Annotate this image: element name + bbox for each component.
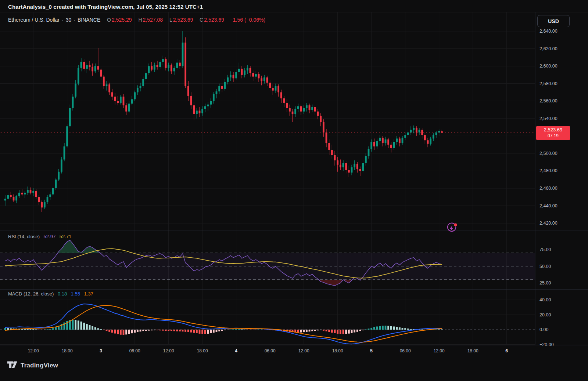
price-axis-label: 2,480.00: [539, 168, 557, 173]
price-axis-label: 2,440.00: [539, 203, 557, 208]
tradingview-logo[interactable]: TradingView: [7, 361, 58, 370]
rsi-ma-value: 52.71: [60, 234, 72, 239]
flash-boost-icon[interactable]: [446, 222, 458, 236]
macd-axis-label: 40.00: [539, 297, 551, 302]
macd-value: 1.55: [71, 291, 80, 297]
price-axis-label: 2,580.00: [539, 81, 557, 86]
open-value: 2,525.29: [112, 17, 132, 23]
chart-canvas[interactable]: [0, 0, 588, 381]
time-axis-label: 18:00: [197, 348, 208, 353]
page-title: ChartAnalysis_0 created with TradingView…: [8, 4, 203, 10]
rsi-value: 52.97: [44, 234, 56, 239]
currency-toggle-button[interactable]: USD: [537, 15, 570, 27]
open-label: O: [107, 17, 111, 23]
rsi-axis-label: 25.00: [539, 280, 551, 286]
tradingview-logo-icon: [7, 361, 17, 370]
macd-hist-value: 0.18: [58, 291, 67, 297]
time-axis-label: 18:00: [62, 348, 73, 353]
rsi-axis-label: 50.00: [539, 264, 551, 269]
time-axis-label: 06:00: [400, 348, 411, 353]
close-value: 2,523.69: [204, 17, 224, 23]
time-axis-label: 12:00: [163, 348, 174, 353]
time-axis-label: 12:00: [298, 348, 309, 353]
price-axis-label: 2,620.00: [539, 46, 557, 51]
macd-axis-label: 0.00: [539, 327, 548, 332]
time-axis-label: 6: [505, 348, 508, 353]
price-axis-label: 2,420.00: [539, 221, 557, 226]
low-value: 2,523.69: [173, 17, 193, 23]
price-axis-label: 2,540.00: [539, 116, 557, 121]
time-axis-label: 18:00: [332, 348, 343, 353]
time-axis-label: 5: [370, 348, 373, 353]
time-axis-label: 06:00: [129, 348, 140, 353]
rsi-header: RSI (14, close) 52.97 52.71: [8, 234, 74, 239]
macd-signal-value: 1.37: [84, 291, 93, 297]
tradingview-chart-window: ChartAnalysis_0 created with TradingView…: [0, 0, 588, 381]
symbol-name[interactable]: Ethereum / U.S. Dollar: [8, 17, 60, 23]
macd-axis-label: −20.00: [539, 342, 554, 347]
change-value: −1.56 (−0.06%): [230, 17, 266, 23]
macd-header: MACD (12, 26, close) 0.18 1.55 1.37: [8, 291, 96, 297]
time-axis-label: 06:00: [265, 348, 276, 353]
macd-label[interactable]: MACD (12, 26, close): [8, 291, 54, 297]
price-axis-label: 2,600.00: [539, 64, 557, 69]
symbol-header: Ethereum / U.S. Dollar·30·BINANCE O2,525…: [8, 17, 265, 23]
macd-axis-label: 20.00: [539, 312, 551, 318]
close-label: C: [200, 17, 203, 23]
price-axis-label: 2,460.00: [539, 186, 557, 191]
rsi-label[interactable]: RSI (14, close): [8, 234, 40, 239]
high-value: 2,527.08: [143, 17, 163, 23]
time-axis-label: 12:00: [28, 348, 39, 353]
time-axis-label: 4: [235, 348, 237, 353]
exchange-label: BINANCE: [78, 17, 100, 23]
high-label: H: [138, 17, 142, 23]
last-price-badge[interactable]: 2,523.69 07:19: [536, 126, 570, 140]
time-axis-label: 12:00: [434, 348, 445, 353]
tradingview-logo-text: TradingView: [21, 362, 58, 369]
last-price-value: 2,523.69: [536, 127, 570, 133]
price-axis-label: 2,500.00: [539, 151, 557, 156]
price-axis-label: 2,640.00: [539, 29, 557, 34]
interval-label[interactable]: 30: [66, 17, 72, 23]
time-axis-label: 3: [100, 348, 102, 353]
time-axis-label: 18:00: [467, 348, 478, 353]
price-axis-label: 2,560.00: [539, 98, 557, 104]
low-label: L: [169, 17, 172, 23]
rsi-axis-label: 75.00: [539, 247, 551, 252]
bar-countdown: 07:19: [536, 133, 570, 139]
